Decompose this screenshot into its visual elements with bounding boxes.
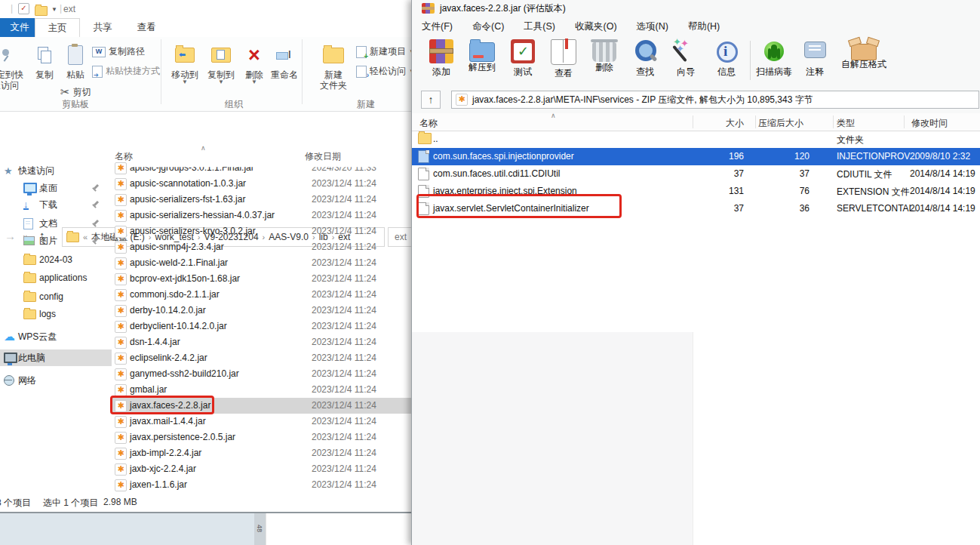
folder-icon	[23, 273, 36, 283]
archive-row[interactable]: com.sun.faces.spi.injectionprovider 196 …	[412, 148, 980, 165]
menu-item-命令(C)[interactable]: 命令(C)	[472, 20, 504, 33]
file-row[interactable]: ✱ jaxb-xjc-2.2.4.jar 2023/12/4 11:24	[112, 461, 413, 477]
archive-path-combobox[interactable]: ✱ javax.faces-2.2.8.jar\META-INF\service…	[451, 91, 979, 109]
sidebar-item-快速访问[interactable]: ★ 快速访问	[0, 162, 112, 179]
添加-button[interactable]: 添加	[421, 36, 462, 79]
信息-button[interactable]: 信息	[706, 36, 747, 79]
file-row[interactable]: ✱ bcprov-ext-jdk15on-1.68.jar 2023/12/4 …	[112, 271, 413, 287]
sidebar-item-label: applications	[39, 272, 87, 283]
sidebar-item-WPS云盘[interactable]: ☁ WPS云盘	[0, 328, 112, 345]
sidebar-item-label: 2024-03	[39, 254, 72, 265]
column-header-size[interactable]: 大小	[699, 117, 744, 130]
column-header-packed[interactable]: 压缩后大小	[758, 117, 803, 130]
menu-item-帮助(H)[interactable]: 帮助(H)	[688, 20, 720, 33]
group-label-clipboard: 剪贴板	[41, 98, 109, 111]
file-row[interactable]: ✱ apusic-scannotation-1.0.3.jar 2023/12/…	[112, 176, 413, 192]
new-item-button[interactable]: 新建项目 ▼	[356, 45, 415, 58]
background-panel	[0, 512, 254, 545]
menu-item-选项(N)[interactable]: 选项(N)	[637, 20, 668, 33]
file-row[interactable]: ✱ apusic-snmp4j-2.3.4.jar 2023/12/4 11:2…	[112, 239, 413, 255]
move-to-button[interactable]: 移动到 ▼	[167, 39, 202, 85]
sidebar-item-此电脑[interactable]: 此电脑	[0, 349, 112, 366]
copy-to-button[interactable]: 复制到 ▼	[204, 39, 238, 85]
file-row[interactable]: ✱ javax.persistence-2.0.5.jar 2023/12/4 …	[112, 430, 413, 445]
jar-file-icon: ✱	[115, 178, 127, 190]
file-name: derby-10.14.2.0.jar	[130, 305, 206, 316]
menu-item-文件(F)[interactable]: 文件(F)	[422, 20, 453, 33]
file-row[interactable]: ✱ apusic-serializers-fst-1.63.jar 2023/1…	[112, 192, 413, 208]
column-separator[interactable]	[693, 115, 693, 128]
file-row[interactable]: ✱ eclipselink-2.4.2.jar 2023/12/4 11:24	[112, 350, 413, 366]
自解压格式-button[interactable]: 自解压格式	[835, 36, 892, 71]
archive-row[interactable]: .. 文件夹	[412, 131, 980, 148]
column-separator[interactable]	[904, 115, 905, 128]
sidebar-item-logs[interactable]: logs	[0, 306, 112, 322]
file-row[interactable]: ✱ commonj.sdo-2.1.1.jar 2023/12/4 11:24	[112, 287, 413, 303]
解压到-button[interactable]: 解压到	[462, 36, 502, 74]
archive-row[interactable]: com.sun.faces.util.cdi11.CDIUtil 37 37 C…	[412, 165, 980, 183]
tab-view[interactable]: 查看	[127, 18, 166, 37]
comment-icon	[803, 39, 827, 63]
column-separator[interactable]	[833, 115, 834, 128]
check-icon[interactable]: ✓	[18, 3, 29, 14]
查找-button[interactable]: 查找	[625, 36, 665, 79]
sidebar-item-文档[interactable]: 文档	[0, 215, 112, 232]
sidebar-item-图片[interactable]: 图片	[0, 232, 112, 249]
up-directory-button[interactable]: ↑	[421, 91, 441, 109]
entry-modified: 2014/8/14 14:19	[910, 186, 975, 196]
column-header-modified[interactable]: 修改时间	[911, 117, 948, 130]
file-row[interactable]: ✱ ganymed-ssh2-build210.jar 2023/12/4 11…	[112, 366, 413, 382]
cut-button[interactable]: ✂ 剪切	[60, 85, 91, 99]
file-row[interactable]: ✱ apusic-jgroups-3.0.1.1.Final.jar 2024/…	[112, 160, 413, 176]
column-header-type[interactable]: 类型	[837, 117, 855, 130]
sidebar-item-label: WPS云盘	[18, 331, 57, 343]
window-title: javax.faces-2.2.8.jar (评估版本)	[440, 2, 566, 15]
file-row[interactable]: ✱ derby-10.14.2.0.jar 2023/12/4 11:24	[112, 303, 413, 319]
rename-button[interactable]: 重命名	[269, 39, 300, 80]
sidebar-item-2024-03[interactable]: 2024-03	[0, 251, 112, 268]
paste-button[interactable]: 粘贴	[60, 39, 91, 80]
查看-button[interactable]: 查看	[543, 36, 584, 80]
file-row[interactable]: ✱ apusic-serializers-hessian-4.0.37.jar …	[112, 208, 413, 223]
easy-access-icon	[356, 66, 367, 78]
file-modified-date: 2023/12/4 11:24	[312, 463, 376, 474]
column-separator[interactable]	[755, 115, 756, 128]
copy-path-button[interactable]: W 复制路径	[92, 45, 145, 58]
column-header-name[interactable]: 名称	[419, 117, 438, 130]
sidebar-item-桌面[interactable]: 桌面	[0, 180, 112, 196]
paste-shortcut-button[interactable]: 粘贴快捷方式	[92, 65, 160, 78]
向导-button[interactable]: 向导	[665, 36, 706, 79]
pin-to-quick-access-button[interactable]: 固定到快 速访问	[0, 39, 27, 91]
file-row[interactable]: ✱ javax.mail-1.4.4.jar 2023/12/4 11:24	[112, 414, 413, 430]
menu-item-工具(S)[interactable]: 工具(S)	[524, 20, 555, 33]
tab-home[interactable]: 主页	[35, 18, 80, 38]
file-row[interactable]: ✱ apusic-weld-2.1.Final.jar 2023/12/4 11…	[112, 255, 413, 271]
扫描病毒-button[interactable]: 扫描病毒	[754, 36, 794, 79]
sidebar-item-下载[interactable]: ↓ 下载	[0, 196, 112, 213]
sidebar-item-label: 下载	[39, 199, 57, 211]
file-modified-date: 2023/12/4 11:24	[312, 353, 376, 363]
sidebar-item-网络[interactable]: 网络	[0, 372, 112, 389]
copy-button[interactable]: 复制	[29, 39, 60, 80]
file-row[interactable]: ✱ jaxen-1.1.6.jar 2023/12/4 11:24	[112, 477, 413, 493]
dropdown-caret-icon[interactable]: ▼	[51, 6, 57, 13]
sidebar-item-applications[interactable]: applications	[0, 269, 112, 286]
easy-access-button[interactable]: 轻松访问 ▼	[356, 65, 415, 78]
entry-name: ..	[433, 134, 438, 144]
file-row[interactable]: ✱ derbyclient-10.14.2.0.jar 2023/12/4 11…	[112, 319, 413, 334]
file-row[interactable]: ✱ jaxb-impl-2.2.4.jar 2023/12/4 11:24	[112, 445, 413, 461]
tab-share[interactable]: 共享	[81, 18, 124, 37]
file-row[interactable]: ✱ dsn-1.4.4.jar 2023/12/4 11:24	[112, 334, 413, 350]
folder-icon[interactable]	[35, 6, 48, 16]
menu-item-收藏夹(O)[interactable]: 收藏夹(O)	[575, 20, 617, 33]
jar-file-icon: ✱	[115, 353, 127, 365]
new-folder-button[interactable]: 新建 文件夹	[314, 39, 353, 91]
注释-button[interactable]: 注释	[794, 36, 835, 79]
entry-name: com.sun.faces.spi.injectionprovider	[433, 151, 574, 162]
delete-button[interactable]: × 删除 ▼	[240, 39, 269, 85]
file-row[interactable]: ✱ apusic-serializers-kryo-3.0.2.jar 2023…	[112, 223, 413, 239]
folder-icon	[23, 292, 36, 302]
sidebar-item-config[interactable]: config	[0, 288, 112, 305]
删除-button[interactable]: 删除	[584, 36, 625, 74]
测试-button[interactable]: 测试	[502, 36, 543, 79]
